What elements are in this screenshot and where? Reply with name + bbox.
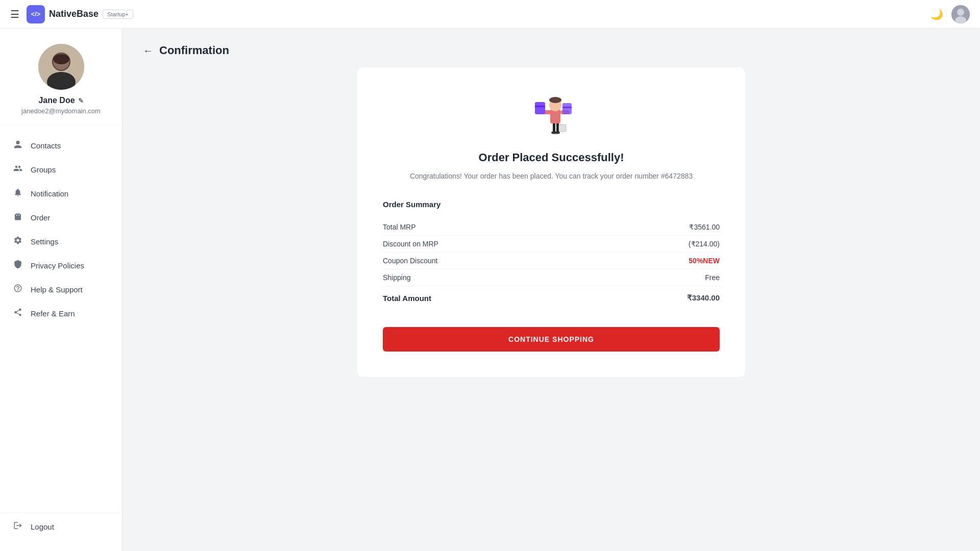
summary-row-discount: Discount on MRP (₹214.00) [383, 236, 720, 253]
svg-point-7 [53, 54, 69, 64]
summary-row-coupon: Coupon Discount 50%NEW [383, 253, 720, 269]
edit-profile-icon[interactable]: ✎ [78, 97, 84, 105]
bell-icon [12, 188, 23, 199]
sidebar-item-help-label: Help & Support [31, 285, 83, 294]
topnav: ☰ </> NativeBase Startup+ 🌙 [0, 0, 980, 29]
summary-row-shipping: Shipping Free [383, 269, 720, 286]
svg-rect-9 [553, 122, 555, 133]
svg-rect-20 [562, 103, 572, 114]
sidebar-item-notification[interactable]: Notification [0, 182, 122, 206]
svg-point-12 [555, 132, 560, 134]
summary-label-shipping: Shipping [383, 273, 411, 282]
confirmation-card: Order Placed Successfully! Congratulatio… [357, 67, 745, 377]
avatar-image [951, 5, 970, 23]
summary-value-mrp: ₹3561.00 [689, 223, 720, 231]
sidebar-item-help[interactable]: Help & Support [0, 278, 122, 302]
summary-value-shipping: Free [705, 273, 720, 282]
sidebar-item-refer[interactable]: Refer & Earn [0, 302, 122, 325]
startup-badge: Startup+ [103, 10, 133, 19]
sidebar-item-groups[interactable]: Groups [0, 158, 122, 182]
success-title: Order Placed Successfully! [383, 151, 720, 164]
success-subtitle: Congratulations! Your order has been pla… [383, 170, 720, 182]
shield-icon [12, 260, 23, 271]
logo-text: NativeBase [49, 9, 99, 19]
profile-name: Jane Doe ✎ [38, 96, 83, 105]
order-summary-title: Order Summary [383, 200, 720, 209]
sidebar-item-refer-label: Refer & Earn [31, 309, 75, 318]
sidebar-item-privacy-label: Privacy Policies [31, 261, 84, 270]
profile-avatar-image [38, 44, 84, 90]
page-title: Confirmation [159, 44, 229, 57]
back-button[interactable]: ← [143, 45, 153, 57]
logout-button[interactable]: Logout [12, 521, 110, 533]
sidebar-item-privacy[interactable]: Privacy Policies [0, 254, 122, 278]
page-header: ← Confirmation [143, 44, 960, 57]
summary-value-total: ₹3340.00 [687, 293, 720, 303]
profile-avatar [38, 44, 84, 90]
summary-label-mrp: Total MRP [383, 223, 416, 231]
summary-row-total: Total Amount ₹3340.00 [383, 286, 720, 307]
svg-rect-19 [535, 106, 545, 107]
topnav-right: 🌙 [930, 5, 970, 23]
svg-rect-10 [556, 122, 559, 133]
share-icon [12, 308, 23, 319]
sidebar-item-order-label: Order [31, 213, 50, 222]
svg-rect-13 [550, 109, 560, 123]
logout-label: Logout [31, 522, 54, 531]
nav-list: Contacts Groups Notification Order [0, 126, 122, 512]
sidebar-item-order[interactable]: Order [0, 206, 122, 230]
summary-value-coupon: 50%NEW [689, 257, 720, 265]
summary-label-discount: Discount on MRP [383, 240, 438, 248]
logout-icon [12, 521, 23, 533]
bag-icon [12, 212, 23, 223]
logo-box: </> NativeBase Startup+ [27, 5, 133, 23]
svg-point-15 [549, 97, 561, 103]
main-content: ← Confirmation [122, 29, 980, 551]
sidebar-item-contacts[interactable]: Contacts [0, 134, 122, 158]
gear-icon [12, 236, 23, 247]
svg-rect-21 [562, 107, 572, 108]
help-icon [12, 284, 23, 295]
topnav-left: ☰ </> NativeBase Startup+ [10, 5, 133, 23]
order-summary-rows: Total MRP ₹3561.00 Discount on MRP (₹214… [383, 219, 720, 307]
sidebar: Jane Doe ✎ janedoe2@mydomain.com Contact… [0, 29, 122, 551]
sidebar-item-settings[interactable]: Settings [0, 230, 122, 254]
group-icon [12, 164, 23, 176]
summary-label-coupon: Coupon Discount [383, 257, 437, 265]
svg-rect-22 [559, 124, 566, 132]
summary-row-mrp: Total MRP ₹3561.00 [383, 219, 720, 236]
profile-email: janedoe2@mydomain.com [21, 107, 101, 115]
user-avatar[interactable] [951, 5, 970, 23]
sidebar-item-settings-label: Settings [31, 237, 58, 246]
hamburger-button[interactable]: ☰ [10, 8, 19, 20]
continue-shopping-button[interactable]: CONTINUE SHOPPING [383, 327, 720, 352]
layout: Jane Doe ✎ janedoe2@mydomain.com Contact… [0, 29, 980, 551]
shopping-illustration [521, 88, 582, 139]
success-illustration [383, 88, 720, 139]
profile-section: Jane Doe ✎ janedoe2@mydomain.com [0, 29, 122, 126]
summary-label-total: Total Amount [383, 294, 431, 303]
summary-value-discount: (₹214.00) [689, 240, 720, 248]
logo-icon: </> [27, 5, 45, 23]
sidebar-item-notification-label: Notification [31, 189, 68, 198]
sidebar-footer: Logout [0, 512, 122, 541]
sidebar-item-contacts-label: Contacts [31, 141, 61, 150]
svg-point-1 [957, 9, 964, 16]
sidebar-item-groups-label: Groups [31, 165, 56, 174]
svg-rect-18 [535, 102, 545, 114]
person-icon [12, 140, 23, 152]
dark-mode-toggle[interactable]: 🌙 [930, 8, 943, 20]
